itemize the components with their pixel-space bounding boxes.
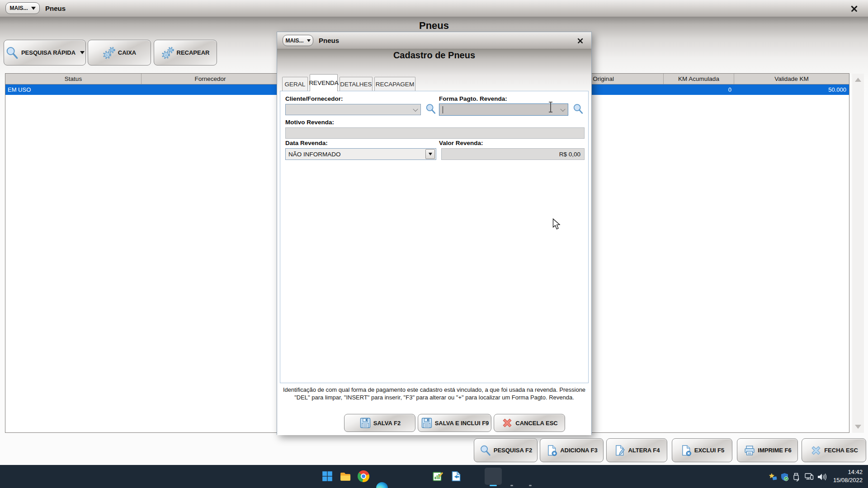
document-pencil-icon: [613, 444, 626, 457]
dropdown-button[interactable]: [425, 149, 435, 159]
main-close-button[interactable]: [849, 3, 860, 14]
adiciona-button[interactable]: ADICIONA F3: [540, 438, 604, 462]
cliente-fornecedor-combobox[interactable]: [285, 104, 421, 115]
data-revenda-dropdown[interactable]: NÃO INFORMADO: [285, 148, 436, 160]
forma-pagto-search-icon[interactable]: [572, 103, 585, 115]
pesquisa-rapida-label: PESQUISA RÁPIDA: [21, 49, 75, 56]
active-app-indicator: [490, 485, 497, 486]
tray-security-shield-icon[interactable]: [780, 473, 789, 481]
caixa-label: CAIXA: [118, 49, 136, 56]
main-mais-label: MAIS...: [9, 5, 28, 11]
scroll-down-icon[interactable]: [855, 425, 861, 429]
valor-revenda-input[interactable]: R$ 0,00: [441, 148, 585, 160]
column-header-validade-km[interactable]: Validade KM: [734, 74, 849, 84]
adiciona-label: ADICIONA F3: [560, 447, 598, 454]
vertical-scrollbar[interactable]: [852, 74, 864, 433]
main-window-title: Pneus: [45, 5, 66, 12]
cliente-fornecedor-label: Cliente/Fornecedor:: [285, 95, 343, 102]
blue-x-icon: [810, 444, 822, 457]
screen: MAIS... Pneus Pneus PESQUISA RÁPIDA CAIX…: [0, 0, 868, 488]
document-plus-icon: [546, 444, 558, 457]
cancela-label: CANCELA ESC: [515, 420, 557, 427]
magnifier-icon: [5, 46, 19, 60]
exclui-label: EXCLUI F5: [694, 447, 724, 454]
altera-label: ALTERA F4: [628, 447, 660, 454]
clock-time: 14:42: [833, 468, 863, 476]
caixa-button[interactable]: CAIXA: [88, 40, 151, 66]
tray-network-icon[interactable]: [804, 473, 814, 481]
chevron-down-icon: [80, 51, 85, 54]
salva-inclui-button[interactable]: SALVA E INCLUI F9: [418, 414, 491, 432]
cliente-fornecedor-search-icon[interactable]: [425, 103, 437, 115]
running-app-indicator: [529, 485, 532, 486]
cell-status: EM USO: [8, 84, 142, 95]
column-header-km-acumulada[interactable]: KM Acumulada: [664, 74, 734, 84]
chevron-down-icon[interactable]: [413, 106, 418, 111]
forma-pagto-label: Forma Pagto. Revenda:: [439, 95, 507, 102]
document-x-icon: [680, 444, 693, 457]
caret-down-icon: [429, 153, 432, 155]
imprime-label: IMPRIME F6: [758, 447, 791, 454]
chrome-icon[interactable]: [358, 470, 369, 482]
chevron-down-icon[interactable]: [560, 106, 565, 111]
tray-usb-icon[interactable]: [793, 473, 801, 482]
exclui-button[interactable]: EXCLUI F5: [672, 438, 732, 462]
pesquisa-rapida-button[interactable]: PESQUISA RÁPIDA: [4, 40, 86, 66]
main-titlebar: MAIS... Pneus: [0, 0, 868, 17]
page-heading: Pneus: [0, 20, 868, 32]
fecha-button[interactable]: FECHA ESC: [802, 438, 866, 462]
cadastro-pneus-dialog: MAIS... Pneus Cadastro de Pneus GERAL RE…: [277, 32, 592, 435]
gears-icon: [103, 46, 116, 60]
data-revenda-label: Data Revenda:: [285, 140, 328, 146]
pesquisa-label: PESQUISA F2: [494, 447, 532, 454]
imprime-button[interactable]: IMPRIME F6: [737, 438, 798, 462]
salva-button[interactable]: SALVA F2: [344, 414, 415, 432]
data-revenda-value: NÃO INFORMADO: [288, 151, 341, 158]
fecha-label: FECHA ESC: [824, 447, 858, 454]
valor-revenda-value: R$ 0,00: [559, 151, 580, 158]
scroll-up-icon[interactable]: [855, 78, 861, 82]
tray-hidden-icons-star-icon[interactable]: [769, 473, 778, 481]
recapear-label: RECAPEAR: [177, 49, 210, 56]
pesquisa-button[interactable]: PESQUISA F2: [474, 438, 538, 462]
magnifier-icon: [479, 444, 492, 457]
motivo-revenda-label: Motivo Revenda:: [285, 119, 334, 126]
valor-revenda-label: Valor Revenda:: [439, 140, 483, 146]
salva-inclui-label: SALVA E INCLUI F9: [435, 420, 489, 427]
gears-icon: [161, 46, 175, 60]
running-app-indicator: [510, 485, 513, 486]
mouse-cursor: [552, 218, 561, 230]
taskbar-clock[interactable]: 14:42 15/08/2022: [833, 468, 863, 484]
motivo-revenda-input[interactable]: [285, 127, 585, 139]
text-caret: [443, 106, 443, 113]
file-explorer-icon[interactable]: [340, 470, 351, 482]
column-header-fornecedor[interactable]: Fornecedor: [142, 74, 279, 84]
clock-date: 15/08/2022: [833, 476, 863, 484]
altera-button[interactable]: ALTERA F4: [606, 438, 667, 462]
active-app-highlight: [485, 468, 502, 485]
floppy-disk-icon: [359, 417, 372, 429]
start-button-icon[interactable]: [321, 470, 333, 482]
cancela-button[interactable]: CANCELA ESC: [494, 414, 565, 432]
column-header-status[interactable]: Status: [5, 74, 142, 84]
cell-validade-km: 50.000: [734, 84, 846, 95]
notes-app-icon[interactable]: [432, 470, 443, 482]
printer-icon: [743, 444, 756, 457]
salva-label: SALVA F2: [373, 420, 401, 427]
recapear-button[interactable]: RECAPEAR: [154, 40, 217, 66]
tray-volume-icon[interactable]: [817, 473, 827, 481]
floppy-disk-icon: [420, 417, 433, 429]
cell-km-acumulada: 0: [664, 84, 731, 95]
ibeam-cursor: [547, 101, 554, 113]
chevron-down-icon: [31, 7, 36, 10]
main-mais-button[interactable]: MAIS...: [5, 2, 40, 14]
share-doc-app-icon[interactable]: [450, 470, 462, 482]
red-x-icon: [501, 417, 514, 429]
